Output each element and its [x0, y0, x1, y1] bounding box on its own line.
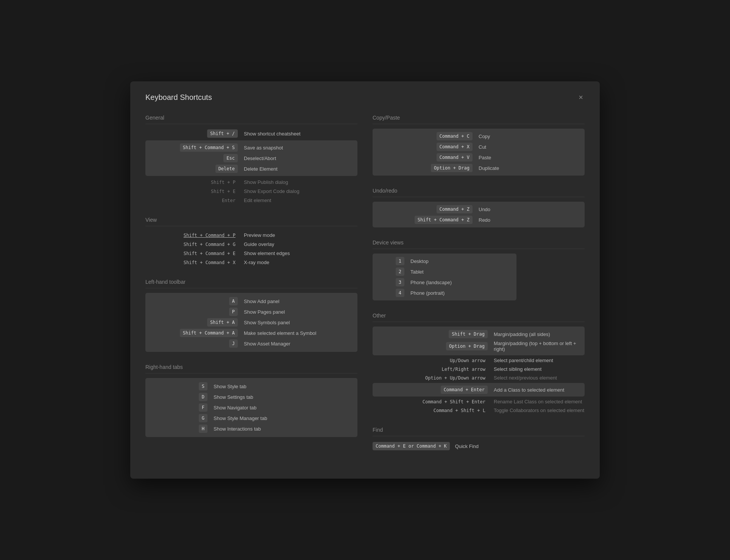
- shortcut-row: Esc Deselect/Abort: [145, 153, 357, 163]
- key-area: 2: [373, 268, 410, 276]
- key-combo: Up/Down arrow: [448, 357, 488, 364]
- key-combo: G: [199, 414, 207, 422]
- shortcut-row: 3 Phone (landscape): [373, 277, 516, 288]
- key-area: 1: [373, 257, 410, 265]
- key-combo: F: [199, 403, 207, 412]
- desc-area: Deselect/Abort: [244, 156, 357, 161]
- shortcut-row: Shift + A Show Symbols panel: [145, 317, 357, 328]
- desc-area: Select sibling element: [494, 366, 585, 372]
- shortcut-row: Shift + Command + G Guide overlay: [145, 240, 357, 249]
- shortcut-row: Delete Delete Element: [145, 163, 357, 174]
- key-area: S: [145, 382, 214, 390]
- desc-area: Margin/padding (all sides): [494, 331, 585, 337]
- key-area: Shift + Command + Z: [373, 216, 479, 224]
- key-combo: 1: [396, 257, 404, 265]
- section-title-left-toolbar: Left-hand toolbar: [145, 279, 357, 288]
- section-undo-redo: Undo/redo Command + Z Undo Shift + Comma…: [373, 188, 585, 227]
- desc-area: Show Pages panel: [244, 309, 357, 315]
- key-combo: Enter: [220, 197, 238, 204]
- key-combo: Command + X: [437, 143, 473, 151]
- shortcut-row: Shift + Command + Z Redo: [373, 215, 585, 225]
- shortcut-row: Shift + Command + P Preview mode: [145, 231, 357, 240]
- content-grid: General Shift + / Show shortcut cheatshe…: [145, 115, 585, 464]
- desc-area: Redo: [479, 217, 585, 223]
- shortcut-row: Option + Up/Down arrow Select next/previ…: [373, 373, 585, 382]
- key-combo: Delete: [215, 165, 238, 173]
- left-toolbar-block: A Show Add panel P Show Pages panel Shif…: [145, 293, 357, 352]
- shortcut-row: Up/Down arrow Select parent/child elemen…: [373, 356, 585, 365]
- key-combo: Command + Shift + Enter: [420, 398, 488, 405]
- close-button[interactable]: ×: [577, 92, 585, 103]
- view-rows: Shift + Command + P Preview mode Shift +…: [145, 231, 357, 267]
- shortcut-row: Shift + Command + E Show element edges: [145, 249, 357, 258]
- key-area: F: [145, 403, 214, 412]
- undo-redo-block: Command + Z Undo Shift + Command + Z Red…: [373, 202, 585, 227]
- general-rows: Shift + / Show shortcut cheatsheet Shift…: [145, 129, 357, 205]
- shortcut-row: A Show Add panel: [145, 296, 357, 306]
- key-combo: 4: [396, 289, 404, 297]
- shortcut-row: Command + Shift + Enter Rename Last Clas…: [373, 397, 585, 406]
- shortcut-row: Enter Edit element: [145, 196, 357, 205]
- key-combo: Option + Up/Down arrow: [423, 375, 488, 381]
- key-area: Shift + P: [145, 179, 244, 186]
- key-combo: Shift + P: [209, 179, 238, 186]
- shortcut-row: F Show Navigator tab: [145, 402, 357, 413]
- shortcut-row: Option + Drag Duplicate: [373, 163, 585, 173]
- shortcut-row: 1 Desktop: [373, 256, 516, 266]
- desc-area: Show Export Code dialog: [244, 188, 357, 194]
- key-combo: H: [199, 425, 207, 433]
- shortcut-row: Shift + Command + A Make selected elemen…: [145, 328, 357, 338]
- shortcut-row: Command + C Copy: [373, 131, 585, 142]
- shortcut-row: Shift + P Show Publish dialog: [145, 178, 357, 187]
- copy-paste-block: Command + C Copy Command + X Cut Command…: [373, 129, 585, 176]
- key-area: Up/Down arrow: [373, 357, 494, 364]
- section-title-copy-paste: Copy/Paste: [373, 115, 585, 124]
- key-combo: Shift + A: [207, 318, 238, 327]
- right-column: Copy/Paste Command + C Copy Command + X …: [373, 115, 585, 464]
- shortcut-row: Command + E or Command + K Quick Find: [373, 441, 585, 451]
- key-combo: Shift + Command + A: [180, 329, 238, 337]
- key-combo: S: [199, 382, 207, 390]
- desc-area: Save as snapshot: [244, 145, 357, 151]
- key-combo: Option + Drag: [446, 342, 488, 350]
- device-views-block: 1 Desktop 2 Tablet 3 Phone: [373, 254, 516, 300]
- shortcut-row: Shift + Command + S Save as snapshot: [145, 142, 357, 153]
- shortcut-row: Command + X Cut: [373, 142, 585, 152]
- section-title-other: Other: [373, 313, 585, 322]
- shortcut-row: Command + Shift + L Toggle Collaborators…: [373, 406, 585, 415]
- shortcut-row: S Show Style tab: [145, 381, 357, 392]
- other-plain-rows-2: Command + Shift + Enter Rename Last Clas…: [373, 397, 585, 415]
- desc-area: Undo: [479, 207, 585, 212]
- key-combo: Shift + Command + S: [180, 143, 238, 152]
- key-area: Command + Shift + Enter: [373, 398, 494, 405]
- key-area: Command + C: [373, 132, 479, 140]
- key-combo: Shift + Command + G: [181, 241, 238, 248]
- key-area: Shift + Command + P: [145, 232, 244, 239]
- section-find: Find Command + E or Command + K Quick Fi…: [373, 427, 585, 451]
- desc-area: Show Navigator tab: [214, 405, 357, 411]
- desc-area: Show Publish dialog: [244, 179, 357, 185]
- key-area: Shift + Drag: [373, 330, 494, 338]
- section-general: General Shift + / Show shortcut cheatshe…: [145, 115, 357, 205]
- desc-area: Show Add panel: [244, 299, 357, 304]
- section-title-device-views: Device views: [373, 240, 585, 249]
- key-area: Left/Right arrow: [373, 366, 494, 373]
- desc-area: Show Symbols panel: [244, 320, 357, 325]
- section-left-toolbar: Left-hand toolbar A Show Add panel P Sho…: [145, 279, 357, 352]
- desc-area: Show shortcut cheatsheet: [244, 131, 357, 137]
- shortcut-row: Shift + Command + X X-ray mode: [145, 258, 357, 267]
- key-area: Shift + Command + G: [145, 241, 244, 248]
- key-area: Command + X: [373, 143, 479, 151]
- key-area: D: [145, 393, 214, 401]
- right-tabs-block: S Show Style tab D Show Settings tab F: [145, 378, 357, 437]
- desc-area: Show Asset Manager: [244, 341, 357, 347]
- desc-area: Quick Find: [455, 443, 585, 449]
- key-area: Command + E or Command + K: [373, 442, 450, 450]
- key-area: Command + Shift + L: [373, 407, 494, 414]
- section-title-find: Find: [373, 427, 585, 436]
- modal-header: Keyboard Shortcuts ×: [145, 92, 585, 103]
- key-combo: Command + Z: [437, 205, 473, 213]
- key-combo: Shift + E: [209, 188, 238, 195]
- key-area: Command + Z: [373, 205, 479, 213]
- shortcut-row: 4 Phone (portrait): [373, 288, 516, 298]
